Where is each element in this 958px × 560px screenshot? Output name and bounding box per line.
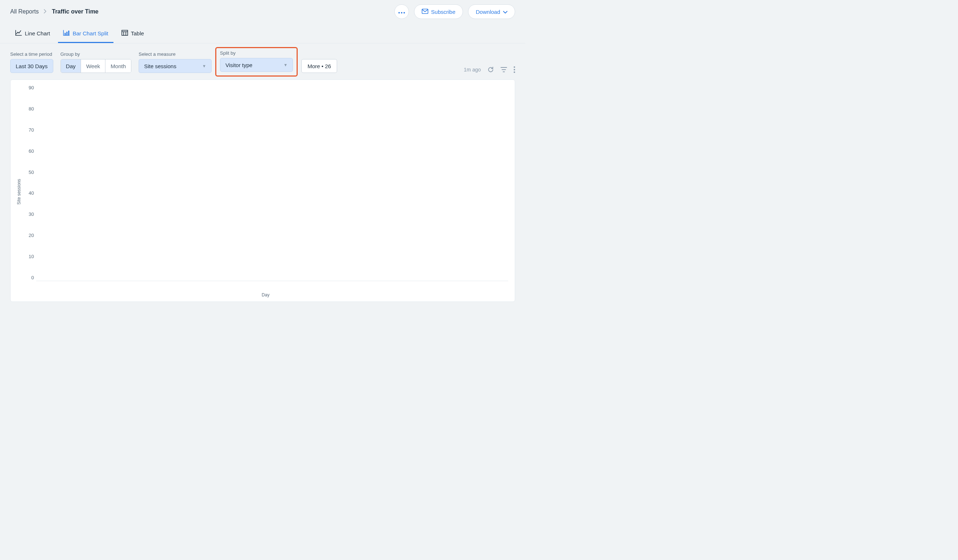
time-period-value: Last 30 Days [16,63,48,69]
measure-label: Select a measure [139,51,212,57]
y-axis-label: Site sessions [16,179,22,205]
svg-point-10 [514,71,515,73]
group-by-label: Group by [60,51,131,57]
refresh-button[interactable] [487,66,494,73]
svg-rect-7 [122,30,128,35]
more-filters-label: More • 26 [308,63,331,69]
mail-icon [422,9,428,15]
svg-rect-4 [65,33,66,35]
split-by-label: Split by [220,50,293,56]
group-by-segment: Day Week Month [60,59,131,73]
svg-rect-5 [67,32,68,35]
svg-point-8 [514,66,515,68]
bar-chart-icon [63,30,70,37]
chevron-down-icon [503,9,508,15]
download-button[interactable]: Download [468,5,515,19]
y-tick: 70 [29,127,34,133]
chevron-right-icon [44,8,47,15]
tab-label: Line Chart [25,30,50,36]
split-by-select[interactable]: Visitor type ▼ [220,58,293,72]
y-tick: 40 [29,190,34,196]
y-axis: 9080706050403020100 [23,84,36,281]
svg-rect-6 [68,31,69,35]
y-tick: 50 [29,169,34,175]
more-filters-button[interactable]: More • 26 [301,59,337,73]
group-by-month[interactable]: Month [105,59,131,73]
measure-select[interactable]: Site sessions ▼ [139,59,212,73]
table-icon [122,30,128,37]
tab-table[interactable]: Table [116,25,149,43]
more-options-button[interactable] [394,5,409,19]
download-label: Download [476,9,500,15]
group-by-week[interactable]: Week [81,59,105,73]
y-tick: 90 [29,85,34,90]
plot-area [36,84,508,281]
x-axis-label: Day [262,293,269,297]
tab-bar-chart-split[interactable]: Bar Chart Split [58,25,113,43]
y-tick: 80 [29,106,34,112]
kebab-menu-icon[interactable] [514,66,515,73]
page-title: Traffic over Time [52,8,98,15]
x-axis [23,281,508,289]
tab-line-chart[interactable]: Line Chart [10,25,55,43]
last-updated-text: 1m ago [464,67,481,73]
chart-type-tabs: Line Chart Bar Chart Split Table [0,25,525,43]
breadcrumb-root[interactable]: All Reports [10,8,39,15]
subscribe-label: Subscribe [431,9,456,15]
y-tick: 20 [29,233,34,238]
spacer [301,51,337,57]
split-by-highlight: Split by Visitor type ▼ [215,47,298,77]
group-by-day[interactable]: Day [61,59,81,73]
svg-point-9 [514,69,515,70]
tab-label: Bar Chart Split [73,30,108,36]
y-tick: 60 [29,149,34,154]
line-chart-icon [15,30,22,37]
y-tick: 10 [29,254,34,259]
time-period-label: Select a time period [10,51,53,57]
measure-value: Site sessions [144,63,176,69]
caret-down-icon: ▼ [284,63,287,67]
y-tick: 0 [32,275,34,280]
filter-icon[interactable] [501,67,507,72]
time-period-select[interactable]: Last 30 Days [10,59,53,73]
caret-down-icon: ▼ [202,64,206,68]
breadcrumb: All Reports Traffic over Time [10,8,98,15]
split-by-value: Visitor type [225,62,252,68]
chart-card: Site sessions 9080706050403020100 Day [10,79,515,302]
y-tick: 30 [29,212,34,217]
svg-point-0 [398,12,400,14]
svg-point-1 [401,12,402,14]
ellipsis-icon [398,8,405,15]
svg-point-2 [403,12,405,14]
subscribe-button[interactable]: Subscribe [414,5,463,19]
tab-label: Table [131,30,144,36]
